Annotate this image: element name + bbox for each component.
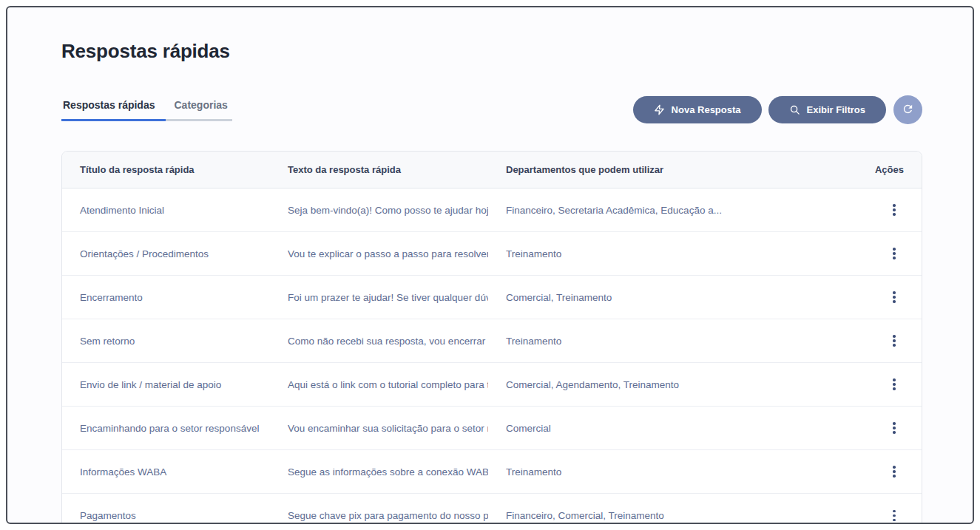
table-row: Envio de link / material de apoio Aqui e… xyxy=(62,363,922,407)
cell-actions xyxy=(855,506,922,525)
toolbar-actions: Nova Resposta Exibir Filtros xyxy=(633,95,922,124)
new-response-button[interactable]: Nova Resposta xyxy=(633,96,762,123)
quick-responses-table: Título da resposta rápida Texto da respo… xyxy=(61,151,922,524)
show-filters-label: Exibir Filtros xyxy=(807,104,865,115)
cell-actions xyxy=(855,418,922,438)
cell-title: Sem retorno xyxy=(62,336,270,347)
cell-actions xyxy=(855,288,922,307)
cell-departments: Treinamento xyxy=(488,248,855,259)
table-row: Encaminhando para o setor responsável Vo… xyxy=(62,407,922,450)
row-actions-menu-button[interactable] xyxy=(885,462,904,481)
cell-text: Segue as informações sobre a conexão WAB… xyxy=(270,466,488,478)
column-header-actions: Ações xyxy=(855,164,922,175)
new-response-label: Nova Resposta xyxy=(672,104,741,115)
cell-departments: Financeiro, Comercial, Treinamento xyxy=(488,510,855,521)
table-row: Informações WABA Segue as informações so… xyxy=(62,450,922,494)
toolbar: Respostas rápidas Categorias Nova Respos… xyxy=(61,95,922,124)
refresh-button[interactable] xyxy=(893,95,922,124)
cell-title: Pagamentos xyxy=(62,510,270,521)
cell-text: Segue chave pix para pagamento do nosso … xyxy=(270,510,488,521)
cell-title: Orientações / Procedimentos xyxy=(62,248,270,259)
cell-text: Vou encaminhar sua solicitação para o se… xyxy=(270,423,488,434)
table-row: Orientações / Procedimentos Vou te expli… xyxy=(62,232,922,276)
app-window: Respostas rápidas Respostas rápidas Cate… xyxy=(6,6,974,524)
table-body: Atendimento Inicial Seja bem-vindo(a)! C… xyxy=(62,188,922,524)
row-actions-menu-button[interactable] xyxy=(885,418,904,438)
cell-title: Encerramento xyxy=(62,292,270,303)
cell-text: Foi um prazer te ajudar! Se tiver qualqu… xyxy=(270,292,488,303)
cell-departments: Financeiro, Secretaria Acadêmica, Educaç… xyxy=(488,205,855,216)
column-header-title: Título da resposta rápida xyxy=(62,164,270,175)
cell-actions xyxy=(855,462,922,481)
cell-title: Informações WABA xyxy=(62,466,270,478)
column-header-text: Texto da resposta rápida xyxy=(270,164,488,175)
table-header: Título da resposta rápida Texto da respo… xyxy=(62,152,922,188)
cell-text: Aqui está o link com o tutorial completo… xyxy=(270,379,488,390)
row-actions-menu-button[interactable] xyxy=(885,331,904,350)
tab-categorias[interactable]: Categorias xyxy=(166,99,232,121)
cell-text: Como não recebi sua resposta, vou encerr… xyxy=(270,336,488,347)
tab-respostas-rapidas[interactable]: Respostas rápidas xyxy=(61,99,166,121)
cell-departments: Comercial xyxy=(488,423,855,434)
row-actions-menu-button[interactable] xyxy=(885,375,904,394)
cell-text: Vou te explicar o passo a passo para res… xyxy=(270,248,488,259)
show-filters-button[interactable]: Exibir Filtros xyxy=(768,96,886,123)
cell-actions xyxy=(855,200,922,220)
table-row: Encerramento Foi um prazer te ajudar! Se… xyxy=(62,276,922,319)
page-title: Respostas rápidas xyxy=(61,40,922,63)
row-actions-menu-button[interactable] xyxy=(885,200,904,220)
row-actions-menu-button[interactable] xyxy=(885,288,904,307)
cell-title: Atendimento Inicial xyxy=(62,205,270,216)
cell-departments: Treinamento xyxy=(488,336,855,347)
cell-actions xyxy=(855,375,922,394)
cell-departments: Comercial, Agendamento, Treinamento xyxy=(488,379,855,390)
cell-title: Encaminhando para o setor responsável xyxy=(62,423,270,434)
search-icon xyxy=(789,104,800,115)
row-actions-menu-button[interactable] xyxy=(885,244,904,263)
cell-departments: Treinamento xyxy=(488,466,855,478)
cell-actions xyxy=(855,331,922,350)
table-row: Atendimento Inicial Seja bem-vindo(a)! C… xyxy=(62,188,922,232)
bolt-icon xyxy=(654,104,665,115)
table-row: Sem retorno Como não recebi sua resposta… xyxy=(62,319,922,363)
tab-bar: Respostas rápidas Categorias xyxy=(61,99,232,121)
column-header-departments: Departamentos que podem utilizar xyxy=(488,164,855,175)
cell-actions xyxy=(855,244,922,263)
cell-title: Envio de link / material de apoio xyxy=(62,379,270,390)
cell-departments: Comercial, Treinamento xyxy=(488,292,855,303)
cell-text: Seja bem-vindo(a)! Como posso te ajudar … xyxy=(270,205,488,216)
main-content: Respostas rápidas Respostas rápidas Cate… xyxy=(7,40,973,524)
refresh-icon xyxy=(902,103,914,118)
row-actions-menu-button[interactable] xyxy=(885,506,904,525)
table-row: Pagamentos Segue chave pix para pagament… xyxy=(62,494,922,524)
